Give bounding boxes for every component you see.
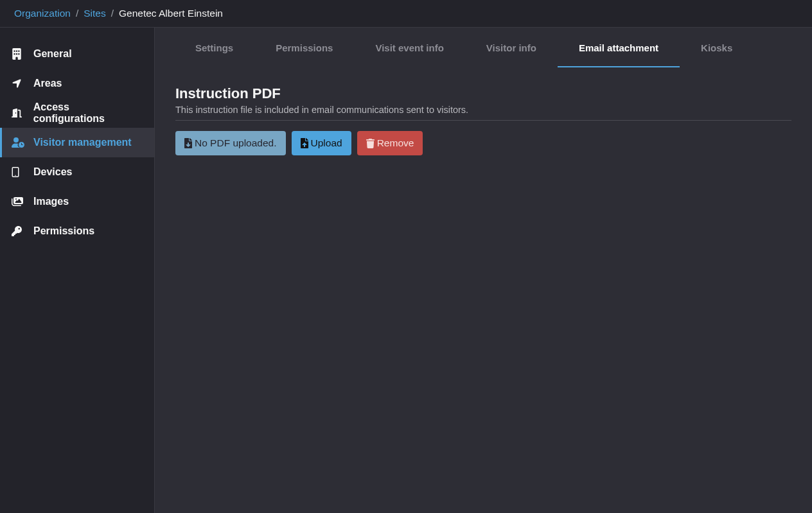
breadcrumb-separator: /	[111, 8, 114, 19]
breadcrumb: Organization / Sites / Genetec Albert Ei…	[0, 0, 812, 28]
tabs-bar: Settings Permissions Visit event info Vi…	[155, 28, 812, 67]
user-clock-icon	[12, 137, 28, 148]
sidebar-nav: General Areas Access configurations Visi…	[0, 28, 155, 513]
no-pdf-uploaded-label: No PDF uploaded.	[195, 137, 277, 149]
content-panel: Instruction PDF This instruction file is…	[155, 67, 812, 173]
door-icon	[12, 107, 28, 119]
upload-button[interactable]: Upload	[292, 131, 351, 155]
sidebar-item-label: Images	[33, 196, 69, 207]
tab-permissions[interactable]: Permissions	[254, 30, 354, 67]
upload-button-label: Upload	[311, 137, 342, 149]
sidebar-item-label: General	[33, 48, 72, 60]
button-row: No PDF uploaded. Upload Remove	[175, 131, 791, 155]
tab-kiosks[interactable]: Kiosks	[680, 30, 754, 67]
breadcrumb-separator: /	[76, 8, 78, 19]
tab-visit-event-info[interactable]: Visit event info	[354, 30, 464, 67]
sidebar-item-label: Devices	[33, 166, 73, 178]
page-title: Instruction PDF	[175, 85, 791, 102]
divider	[175, 120, 791, 121]
no-pdf-uploaded-button[interactable]: No PDF uploaded.	[175, 131, 286, 155]
key-icon	[12, 226, 28, 236]
sidebar-item-permissions[interactable]: Permissions	[0, 216, 154, 246]
sidebar-item-label: Areas	[33, 78, 62, 89]
sidebar-item-general[interactable]: General	[0, 39, 154, 69]
page-subtitle: This instruction file is included in ema…	[175, 105, 791, 115]
tab-settings[interactable]: Settings	[174, 30, 254, 67]
location-arrow-icon	[12, 78, 28, 89]
sidebar-item-label: Visitor management	[33, 137, 132, 148]
remove-button-label: Remove	[377, 137, 414, 149]
sidebar-item-images[interactable]: Images	[0, 187, 154, 216]
sidebar-item-visitor-management[interactable]: Visitor management	[0, 128, 154, 157]
file-upload-icon	[301, 138, 308, 148]
mobile-icon	[12, 166, 28, 178]
building-icon	[12, 48, 28, 60]
remove-button[interactable]: Remove	[357, 131, 423, 155]
images-icon	[12, 196, 28, 207]
sidebar-item-areas[interactable]: Areas	[0, 69, 154, 98]
tab-visitor-info[interactable]: Visitor info	[465, 30, 558, 67]
sidebar-item-label: Permissions	[33, 225, 94, 237]
sidebar-item-label: Access configurations	[33, 101, 143, 125]
main-content: Settings Permissions Visit event info Vi…	[155, 28, 812, 513]
breadcrumb-link-sites[interactable]: Sites	[84, 8, 105, 19]
file-pdf-icon	[184, 138, 192, 148]
trash-icon	[366, 139, 375, 148]
sidebar-item-access-configurations[interactable]: Access configurations	[0, 98, 154, 128]
sidebar-item-devices[interactable]: Devices	[0, 157, 154, 187]
breadcrumb-link-organization[interactable]: Organization	[14, 8, 71, 19]
breadcrumb-current: Genetec Albert Einstein	[119, 8, 223, 19]
tab-email-attachment[interactable]: Email attachment	[558, 30, 680, 67]
